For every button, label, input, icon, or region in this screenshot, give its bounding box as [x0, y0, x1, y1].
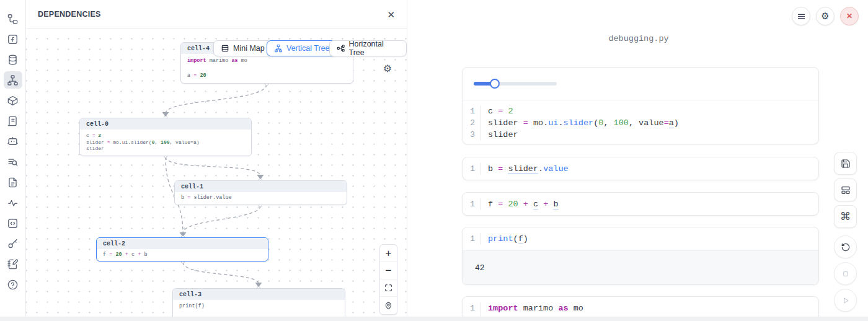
graph-node-cell-0[interactable]: cell-0 c = 2 slider = mo.ui.slider(0, 10…: [79, 118, 252, 156]
close-panel-icon[interactable]: ✕: [387, 10, 395, 19]
node-code-line: print(f): [179, 302, 339, 310]
cell-editor[interactable]: 1b = slider.value: [463, 157, 818, 180]
notebook-filename: debugging.py: [608, 34, 668, 43]
mini-map-label: Mini Map: [233, 44, 265, 53]
vertical-tree-icon: [274, 44, 283, 53]
marimo-app: DEPENDENCIES ✕: [0, 0, 868, 321]
code-line[interactable]: b = slider.value: [481, 163, 569, 175]
vertical-tree-label: Vertical Tree: [286, 44, 329, 53]
activity-pulse-icon[interactable]: [4, 194, 22, 211]
zoom-out-button[interactable]: −: [380, 262, 397, 279]
cell-editor[interactable]: 1f = 20 + c + b: [463, 193, 818, 216]
key-icon[interactable]: [4, 235, 22, 252]
line-number: 1: [463, 198, 481, 210]
graph-canvas[interactable]: cell-4 import marimo as mo a = 20 cell-0…: [26, 29, 407, 317]
node-code-line: slider: [86, 146, 245, 152]
code-line[interactable]: slider = mo.ui.slider(0, 100, value=a): [481, 117, 679, 129]
mini-map-button[interactable]: Mini Map: [213, 40, 272, 56]
file-tree-icon[interactable]: [4, 10, 22, 27]
graph-node-cell-3[interactable]: cell-3 print(f): [172, 288, 345, 317]
cell-output-area: [463, 68, 818, 100]
stop-button[interactable]: [834, 262, 857, 285]
rows-icon: [221, 44, 229, 53]
node-code-line: import marimo as mo: [187, 57, 347, 64]
layout-button[interactable]: [834, 178, 857, 201]
zoom-in-button[interactable]: +: [380, 245, 397, 262]
node-title: cell-1: [175, 181, 347, 192]
map-pin-icon: [384, 302, 392, 310]
graph-node-cell-1[interactable]: cell-1 b = slider.value: [174, 180, 347, 205]
node-code-line: a = 20: [187, 72, 347, 79]
shutdown-button[interactable]: ✕: [840, 7, 859, 25]
code-line[interactable]: slider: [481, 129, 518, 141]
code-square-icon[interactable]: [4, 214, 22, 232]
node-code-line: [187, 64, 347, 72]
stop-icon: [841, 269, 851, 279]
activity-bar: [0, 0, 26, 317]
horizontal-tree-icon: [337, 44, 345, 53]
line-number: 2: [463, 117, 481, 129]
node-title: cell-2: [97, 238, 268, 249]
slider-thumb[interactable]: [490, 79, 500, 89]
play-icon: [841, 296, 851, 306]
graph-zoom-controls: + −: [379, 244, 397, 315]
command-palette-button[interactable]: ⌘: [834, 205, 857, 228]
code-line[interactable]: c = 2: [481, 105, 513, 117]
node-title: cell-0: [80, 118, 251, 130]
command-icon: ⌘: [840, 210, 851, 223]
menu-icon: [797, 12, 806, 21]
cell-console-output: 42: [463, 251, 818, 285]
horizontal-tree-label: Horizontal Tree: [348, 40, 399, 57]
notebook-settings-button[interactable]: ⚙: [816, 7, 835, 25]
node-code-line: b = slider.value: [181, 194, 340, 201]
line-number: 1: [463, 163, 481, 175]
scroll-logs-icon[interactable]: [4, 112, 22, 130]
line-number: 1: [463, 105, 481, 117]
notebook-cell-f: 1f = 20 + c + b: [462, 192, 819, 216]
help-circle-icon[interactable]: [4, 276, 22, 293]
dependencies-panel: DEPENDENCIES ✕: [26, 0, 407, 317]
node-code-line: slider = mo.ui.slider(0, 100, value=a): [86, 139, 245, 146]
run-button[interactable]: [834, 289, 857, 312]
database-icon[interactable]: [4, 51, 22, 68]
cell-editor[interactable]: 1print(f): [463, 227, 818, 250]
node-code-line: c = 2: [86, 133, 245, 139]
notebook-area: debugging.py ⚙ ✕ 1c = 2 2slider = mo.ui.…: [408, 0, 868, 317]
chat-bot-icon[interactable]: [4, 133, 22, 150]
save-button[interactable]: [834, 152, 857, 175]
code-line[interactable]: print(f): [481, 233, 528, 245]
dependencies-header: DEPENDENCIES ✕: [26, 0, 407, 29]
graph-node-cell-2[interactable]: cell-2 f = 20 + c + b: [96, 237, 268, 262]
line-number: 1: [463, 233, 481, 245]
node-title: cell-3: [173, 289, 345, 300]
search-list-icon[interactable]: [4, 153, 22, 170]
fullscreen-icon: [384, 284, 392, 292]
layout-panels-icon: [841, 185, 851, 195]
notebook-cell-print: 1print(f) 42: [462, 227, 819, 285]
line-number: 3: [463, 129, 481, 141]
horizontal-tree-button[interactable]: Horizontal Tree: [329, 40, 407, 56]
notebook-menu-button[interactable]: [792, 7, 810, 25]
fit-view-button[interactable]: [380, 279, 397, 297]
function-square-icon[interactable]: [4, 30, 22, 48]
notebook-cell-b: 1b = slider.value: [462, 157, 819, 180]
panel-title: DEPENDENCIES: [38, 10, 101, 19]
locate-pin-button[interactable]: [380, 297, 397, 314]
notebook-pen-icon[interactable]: [4, 255, 22, 273]
package-box-icon[interactable]: [4, 92, 22, 109]
document-icon[interactable]: [4, 174, 22, 191]
undo-button[interactable]: [834, 235, 857, 258]
slider-widget[interactable]: [474, 79, 557, 89]
cell-editor[interactable]: 1c = 2 2slider = mo.ui.slider(0, 100, va…: [463, 100, 818, 144]
dependency-graph-icon[interactable]: [4, 71, 22, 89]
code-line[interactable]: f = 20 + c + b: [481, 198, 559, 210]
save-icon: [841, 159, 851, 169]
horizontal-scrollbar[interactable]: [0, 317, 868, 321]
node-code-line: f = 20 + c + b: [103, 251, 262, 258]
line-number: 1: [463, 302, 481, 314]
vertical-tree-button[interactable]: Vertical Tree: [267, 40, 337, 56]
graph-settings-gear-icon[interactable]: ⚙: [380, 61, 395, 76]
code-line[interactable]: import marimo as mo: [481, 302, 583, 314]
undo-icon: [841, 242, 851, 252]
notebook-cell-slider: 1c = 2 2slider = mo.ui.slider(0, 100, va…: [462, 67, 819, 144]
